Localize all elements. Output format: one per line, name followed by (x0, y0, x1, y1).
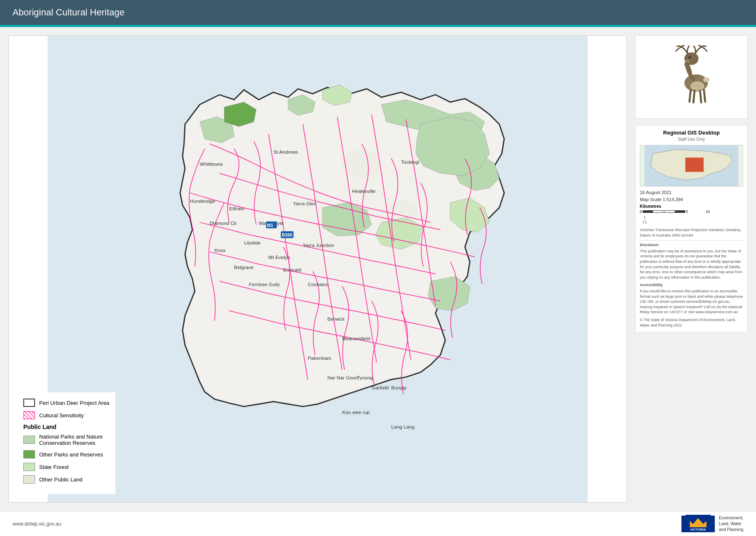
scale-bar: 0 5 10 (640, 209, 743, 214)
legend-symbol-state-forest (23, 463, 35, 471)
accessibility-title: Accessibility (640, 282, 743, 288)
placename-belgrave: Belgrave (234, 264, 254, 270)
map-inset-subtitle: Staff Use Only (640, 137, 743, 142)
placename-garfield: Garfield (372, 385, 389, 390)
footer-logo-area: VICTORIA Environment, Land, Water and Pl… (681, 515, 744, 533)
victoria-logo: VICTORIA (681, 516, 715, 532)
legend-label-cultural: Cultural Sensitivity (39, 412, 84, 419)
svg-point-15 (689, 56, 689, 57)
placename-whittlesea: Whittlesea (200, 161, 223, 167)
map-inset-image (640, 145, 743, 187)
svg-line-21 (700, 91, 701, 102)
placename-tynong: Tynong (357, 375, 373, 380)
accessibility-box: Accessibility If you would like to recei… (640, 282, 743, 315)
legend-item-peri-urban: Peri Urban Deer Project Area (23, 399, 109, 407)
north-arrow-icon: N (640, 215, 650, 225)
scale-line-left (643, 210, 664, 213)
svg-line-22 (704, 90, 705, 102)
deer-icon (666, 44, 716, 110)
placename-cockatoo: Cockatoo (308, 282, 329, 287)
map-legend: Peri Urban Deer Project Area Cultural Se… (17, 392, 115, 494)
disclaimer-text: This publication may be of assistance to… (640, 249, 743, 280)
placename-yarra-glen: Yarra Glen (293, 201, 317, 206)
footer-url: www.delwp.vic.gov.au (12, 521, 61, 527)
placename-knox: Knox (215, 247, 226, 253)
placename-berwick: Berwick (327, 316, 344, 322)
placename-nar-nar-goon: Nar Nar Goon (327, 375, 358, 380)
copyright-box: © The State of Victoria Department of En… (640, 317, 743, 328)
placename-koo-wee-rup: Koo wee rup (342, 409, 370, 415)
legend-item-other-parks: Other Parks and Reserves (23, 450, 109, 459)
legend-label-national-parks: National Parks and NatureConservation Re… (39, 434, 102, 446)
main-content: Whittlesea Hurstbridge Diamond Ck Eltham… (0, 27, 756, 511)
placename-lilydale: Lilydale (244, 240, 261, 245)
scale-bar-label: Kilometres (640, 204, 743, 209)
legend-symbol-other-parks (23, 450, 35, 459)
svg-point-23 (703, 77, 709, 82)
page-footer: www.delwp.vic.gov.au VICTORIA Environmen… (0, 511, 756, 536)
placename-beaconsfield: Beaconsfield (342, 336, 370, 341)
north-arrow-area: N (640, 215, 743, 225)
scale-five: 5 (686, 209, 688, 214)
legend-item-state-forest: State Forest (23, 463, 109, 471)
svg-text:M1: M1 (267, 223, 273, 228)
placename-hurstbridge: Hurstbridge (190, 198, 215, 204)
source-text: Victorian Transverse Mercator Projection… (640, 227, 743, 238)
svg-text:N: N (644, 218, 646, 221)
scale-line-right (664, 210, 685, 213)
disclaimer-title: Disclaimer (640, 242, 743, 248)
placename-pakenham: Pakenham (308, 355, 331, 361)
svg-line-19 (689, 90, 691, 102)
map-inset-title: Regional GIS Desktop (640, 130, 743, 136)
legend-symbol-cultural (23, 411, 35, 419)
svg-rect-25 (685, 157, 704, 172)
placename-bunyip: Bunyip (391, 385, 406, 390)
legend-symbol-national-parks (23, 436, 35, 444)
svg-point-18 (690, 81, 704, 91)
svg-text:B380: B380 (282, 232, 292, 237)
legend-label-other-public: Other Public Land (39, 476, 82, 483)
legend-label-state-forest: State Forest (39, 464, 69, 470)
scale-zero: 0 (640, 209, 642, 214)
legend-item-cultural: Cultural Sensitivity (23, 411, 109, 419)
legend-symbol-peri-urban (23, 399, 35, 407)
placename-ferntree-gully: Ferntree Gully (249, 282, 280, 287)
map-inset-box: Regional GIS Desktop Staff Use Only 16 A… (635, 125, 748, 332)
placename-yarra-junction: Yarra Junction (303, 242, 334, 248)
accessibility-text: If you would like to receive this public… (640, 289, 743, 315)
legend-public-land-title: Public Land (23, 424, 109, 430)
map-container: Whittlesea Hurstbridge Diamond Ck Eltham… (8, 35, 627, 503)
legend-label-peri-urban: Peri Urban Deer Project Area (39, 400, 109, 406)
vic-logo-icon: VICTORIA (686, 515, 711, 531)
dept-text: Environment, Land, Water and Planning (719, 515, 744, 533)
svg-line-20 (694, 91, 695, 102)
placename-mt-evelyn: Mt Evelyn (269, 254, 290, 260)
legend-item-other-public: Other Public Land (23, 475, 109, 484)
map-date: 16 August 2021 (640, 190, 743, 195)
sidebar: Regional GIS Desktop Staff Use Only 16 A… (635, 35, 748, 503)
placename-toolangi: Toolangi (401, 159, 419, 165)
legend-item-national-parks: National Parks and NatureConservation Re… (23, 434, 109, 446)
scale-ten: 10 (706, 209, 710, 214)
page-title: Aboriginal Cultural Heritage (12, 7, 125, 18)
placename-eltham: Eltham (229, 206, 245, 211)
placename-lang-lang: Lang Lang (391, 424, 414, 429)
disclaimer-box: Disclaimer This publication may be of as… (640, 240, 743, 280)
placename-emerald: Emerald (283, 267, 302, 272)
placename-healesville: Healesville (352, 188, 376, 194)
legend-symbol-other-public (23, 475, 35, 484)
page-header: Aboriginal Cultural Heritage (0, 0, 756, 25)
legend-label-other-parks: Other Parks and Reserves (39, 451, 103, 458)
svg-point-14 (688, 56, 691, 58)
svg-text:VICTORIA: VICTORIA (690, 528, 706, 531)
deer-logo-box (635, 35, 748, 119)
placename-diamond-creek: Diamond Ck (210, 220, 237, 226)
copyright-text: © The State of Victoria Department of En… (640, 317, 743, 328)
placename-st-andrews: St Andrews (273, 149, 298, 155)
map-scale-text: Map Scale 1:514,394 (640, 197, 743, 202)
